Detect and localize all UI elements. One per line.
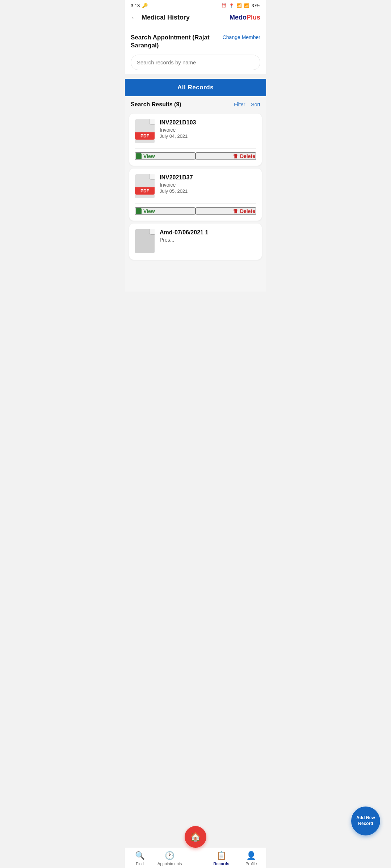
all-records-banner: All Records (125, 79, 266, 96)
search-appointment-row: Search Appointment (Rajat Sarangal) Chan… (131, 34, 260, 50)
record-card-2: PDF INV2021D37 Invoice July 05, 2021 Vie… (129, 169, 262, 221)
battery-text: 37% (252, 3, 260, 8)
pdf-page: PDF (135, 119, 155, 143)
record-type-2: Invoice (160, 182, 256, 188)
pdf-label-2: PDF (135, 187, 155, 195)
sort-button[interactable]: Sort (251, 102, 260, 107)
view-icon-1 (136, 153, 142, 159)
delete-button-2[interactable]: 🗑 Delete (196, 207, 256, 215)
search-results-label: Search Results (9) (131, 101, 181, 108)
header: ← Medical History MedoPlus (125, 10, 266, 27)
status-time: 3:13 (131, 3, 140, 8)
status-right: ⏰ 📍 📶 📶 37% (221, 3, 260, 8)
brand-plus: Plus (247, 14, 260, 21)
record-type-1: Invoice (160, 127, 256, 133)
brand-medo: Medo (230, 14, 247, 21)
view-icon-2 (136, 208, 142, 214)
record-card-body: PDF INV2021D103 Invoice July 04, 2021 (135, 119, 256, 143)
record-name-1: INV2021D103 (160, 119, 256, 126)
filter-button[interactable]: Filter (234, 102, 245, 107)
view-button-2[interactable]: View (135, 207, 196, 215)
alarm-icon: ⏰ (221, 3, 227, 8)
record-info-1: INV2021D103 Invoice July 04, 2021 (160, 119, 256, 139)
search-input[interactable] (131, 55, 260, 70)
pdf-icon-3 (135, 229, 155, 253)
status-bar: 3:13 🔑 ⏰ 📍 📶 📶 37% (125, 0, 266, 10)
brand-logo: MedoPlus (230, 14, 260, 21)
trash-icon-2: 🗑 (233, 208, 238, 214)
record-card-body-2: PDF INV2021D37 Invoice July 05, 2021 (135, 174, 256, 198)
record-date-2: July 05, 2021 (160, 188, 256, 194)
wifi-icon: 📶 (236, 3, 242, 8)
record-card: PDF INV2021D103 Invoice July 04, 2021 Vi… (129, 114, 262, 166)
back-button[interactable]: ← (131, 13, 138, 22)
search-results-row: Search Results (9) Filter Sort (125, 96, 266, 111)
search-appointment-title: Search Appointment (Rajat Sarangal) (131, 34, 210, 50)
pdf-label: PDF (135, 132, 155, 140)
pdf-page-2: PDF (135, 174, 155, 198)
view-label-1: View (143, 153, 155, 159)
view-button-1[interactable]: View (135, 152, 196, 160)
record-actions-2: View 🗑 Delete (135, 203, 256, 215)
status-left: 3:13 🔑 (131, 3, 148, 8)
view-label-2: View (143, 208, 155, 214)
pdf-icon-2: PDF (135, 174, 155, 198)
delete-button-1[interactable]: 🗑 Delete (196, 152, 256, 160)
key-icon: 🔑 (142, 3, 148, 8)
pdf-icon-1: PDF (135, 119, 155, 143)
trash-icon-1: 🗑 (233, 153, 238, 159)
record-type-3: Pres... (160, 237, 256, 243)
location-icon: 📍 (229, 3, 234, 8)
delete-label-2: Delete (240, 208, 255, 214)
record-info-3: Amd-07/06/2021 1 Pres... (160, 229, 256, 243)
record-name-2: INV2021D37 (160, 174, 256, 181)
record-card-3: Amd-07/06/2021 1 Pres... (129, 224, 262, 260)
delete-label-1: Delete (240, 153, 255, 159)
change-member-button[interactable]: Change Member (223, 34, 260, 40)
records-section: Search Results (9) Filter Sort PDF INV20… (125, 96, 266, 292)
signal-icon: 📶 (244, 3, 249, 8)
pdf-page-plain (135, 229, 155, 253)
record-card-body-3: Amd-07/06/2021 1 Pres... (135, 229, 256, 253)
filter-sort-row: Filter Sort (234, 102, 260, 107)
record-name-3: Amd-07/06/2021 1 (160, 229, 256, 236)
page-title: Medical History (142, 14, 190, 21)
record-date-1: July 04, 2021 (160, 133, 256, 139)
main-content: Search Appointment (Rajat Sarangal) Chan… (125, 27, 266, 74)
record-info-2: INV2021D37 Invoice July 05, 2021 (160, 174, 256, 194)
record-actions-1: View 🗑 Delete (135, 148, 256, 160)
header-left: ← Medical History (131, 13, 190, 22)
